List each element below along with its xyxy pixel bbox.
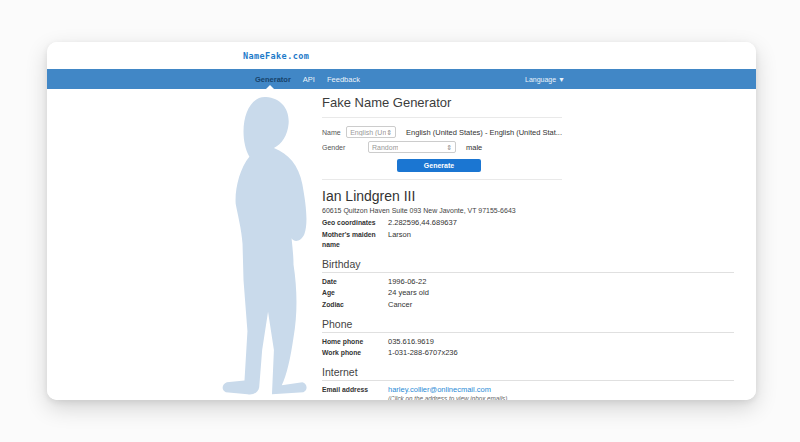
screen-background: NameFake.com Generator API Feedback Lang… (0, 0, 800, 442)
birth-date-value: 1996-06-22 (388, 276, 426, 288)
maiden-name-value: Larson (388, 229, 411, 251)
work-phone-value: 1-031-288-6707x236 (388, 347, 458, 359)
email-note: (Click on the address to view inbox emai… (388, 395, 734, 400)
work-phone-label: Work phone (322, 347, 388, 359)
age-label: Age (322, 287, 388, 299)
generator-form: Name English (United State ⇕ English (Un… (322, 117, 562, 180)
home-phone-row: Home phone 035.616.9619 (322, 336, 734, 348)
select-stepper-icon: ⇕ (386, 129, 392, 136)
work-phone-row: Work phone 1-031-288-6707x236 (322, 347, 734, 359)
age-value: 24 years old (388, 287, 429, 299)
zodiac-label: Zodiac (322, 299, 388, 311)
geo-coordinates-row: Geo coordinates 2.282596,44.689637 (322, 217, 734, 229)
email-row: Email address harley.collier@onlinecmail… (322, 384, 734, 396)
zodiac-row: Zodiac Cancer (322, 299, 734, 311)
age-row: Age 24 years old (322, 287, 734, 299)
name-select[interactable]: English (United State ⇕ (346, 126, 396, 138)
gender-select-value: Random (372, 144, 398, 151)
section-phone: Phone (322, 318, 734, 333)
person-address: 60615 Quitzon Haven Suite 093 New Javont… (322, 207, 734, 214)
name-label: Name (322, 129, 346, 136)
home-phone-label: Home phone (322, 336, 388, 348)
nav-item-generator[interactable]: Generator (255, 75, 291, 84)
select-stepper-icon: ⇕ (446, 144, 452, 151)
zodiac-value: Cancer (388, 299, 412, 311)
name-selected-text: English (United States) - English (Unite… (406, 128, 562, 137)
maiden-name-row: Mother's maiden name Larson (322, 229, 734, 251)
email-link[interactable]: harley.collier@onlinecmail.com (388, 385, 491, 394)
site-header: NameFake.com (47, 42, 756, 69)
section-internet: Internet (322, 366, 734, 381)
email-label: Email address (322, 384, 388, 396)
browser-card: NameFake.com Generator API Feedback Lang… (47, 42, 756, 400)
maiden-name-label: Mother's maiden name (322, 229, 388, 251)
gender-selected-text: male (466, 143, 482, 152)
language-dropdown[interactable]: Language ▼ (525, 76, 565, 83)
person-full-name: Ian Lindgren III (322, 188, 734, 204)
nav-item-feedback[interactable]: Feedback (327, 75, 360, 84)
geo-coordinates-label: Geo coordinates (322, 217, 388, 229)
gender-select[interactable]: Random ⇕ (368, 141, 456, 153)
home-phone-value: 035.616.9619 (388, 336, 434, 348)
name-select-value: English (United State (350, 129, 386, 136)
nav-item-api[interactable]: API (303, 75, 315, 84)
section-birthday: Birthday (322, 258, 734, 273)
gender-form-row: Gender Random ⇕ male (322, 141, 562, 153)
thinking-man-silhouette (208, 95, 332, 400)
page-body: Fake Name Generator Name English (United… (47, 89, 756, 400)
main-content: Fake Name Generator Name English (United… (322, 91, 734, 400)
page-title: Fake Name Generator (322, 95, 734, 110)
birth-date-row: Date 1996-06-22 (322, 276, 734, 288)
generate-button[interactable]: Generate (397, 159, 481, 172)
geo-coordinates-value: 2.282596,44.689637 (388, 217, 457, 229)
name-form-row: Name English (United State ⇕ English (Un… (322, 126, 562, 138)
birth-date-label: Date (322, 276, 388, 288)
site-logo[interactable]: NameFake.com (243, 51, 309, 61)
gender-label: Gender (322, 144, 368, 151)
main-nav: Generator API Feedback Language ▼ (47, 69, 756, 89)
